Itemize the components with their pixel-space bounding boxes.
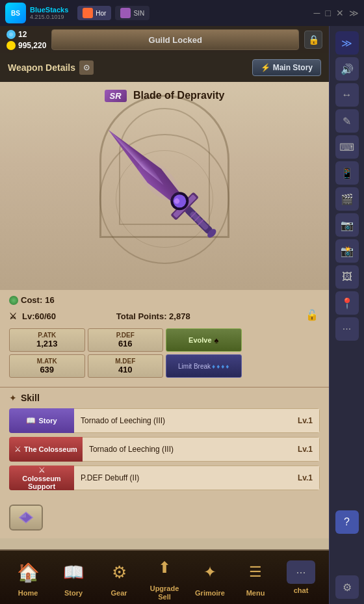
skill-section: ✦ Skill 📖 Story Tornado of Leeching (III… (0, 387, 329, 499)
skill-row-colosseum[interactable]: ⚔ The Colosseum Tornado of Leeching (III… (9, 437, 320, 462)
close-icon[interactable]: ✕ (336, 8, 344, 18)
bluestacks-bar: BS BlueStacks 4.215.0.1019 Hor SIN ─ □ ✕… (0, 0, 364, 26)
chat-label: chat (294, 586, 309, 594)
tab2-icon (120, 8, 131, 18)
upgrade-label: UpgradeSell (150, 584, 179, 601)
guild-button[interactable]: Guild Locked (51, 29, 299, 50)
guild-label: Guild Locked (149, 35, 202, 45)
nav-menu[interactable]: ☰ Menu (233, 558, 278, 597)
spade-icon: ♠ (214, 335, 219, 345)
home-icon-wrap: 🏠 (14, 558, 42, 586)
mdef-box: M.DEF 410 (88, 354, 164, 378)
gold-icon (6, 41, 16, 50)
weapon-settings-icon[interactable]: ⊙ (79, 60, 94, 75)
colosseum-skill-icon: ⚔ (14, 445, 21, 454)
colosseum-support-desc: P.DEF Debuff (II) (81, 473, 139, 482)
sidebar-more-icon[interactable]: ··· (335, 317, 359, 341)
sidebar-sound-icon[interactable]: 🔊 (335, 57, 359, 81)
bluestacks-tab-2[interactable]: SIN (115, 6, 150, 20)
level-points-row: ⚔ Lv:60/60 Total Points: 2,878 🔓 (9, 309, 320, 323)
status-bar: 12 995,220 Guild Locked 🔒 (0, 26, 329, 53)
weapon-header: Weapon Details ⊙ ⚡ Main Story (0, 53, 329, 82)
limit-break-box[interactable]: Limit Break ♦ ♦ ♦ ♦ (166, 354, 242, 378)
sidebar-camera-icon[interactable]: 📷 (335, 213, 359, 237)
sidebar-resize-icon[interactable]: ↔ (335, 83, 359, 107)
upgrade-icon-wrap: ⬆ (150, 553, 179, 582)
sidebar-gallery-icon[interactable]: 🖼 (335, 265, 359, 289)
weapon-details-label: Weapon Details ⊙ (8, 60, 94, 75)
sidebar-screenshot-icon[interactable]: 📸 (335, 239, 359, 263)
upgrade-icon: ⬆ (158, 558, 171, 577)
skill-row-colosseum-support[interactable]: ⚔ Colosseum Support P.DEF Debuff (II) Lv… (9, 466, 320, 490)
chat-icon: ··· (296, 566, 306, 579)
unlock-icon[interactable]: 🔓 (306, 309, 320, 323)
game-area: 12 995,220 Guild Locked 🔒 Weapon Details… (0, 26, 329, 604)
matk-box: M.ATK 639 (9, 354, 85, 378)
story-icon-wrap: 📖 (59, 558, 88, 586)
bluestacks-name: BlueStacks (30, 6, 68, 14)
bluestacks-version: 4.215.0.1019 (30, 14, 68, 20)
diamond-arrow-button[interactable] (9, 505, 43, 531)
colosseum-skill-desc: Tornado of Leeching (III) (89, 445, 174, 454)
collapse-icon[interactable]: ≫ (349, 8, 359, 18)
nav-gear[interactable]: ⚙ Gear (96, 558, 142, 597)
skill-row-story[interactable]: 📖 Story Tornado of Leeching (III) Lv.1 (9, 408, 320, 433)
maximize-icon[interactable]: □ (326, 8, 331, 18)
sidebar-keyboard-icon[interactable]: ⌨ (335, 135, 359, 159)
sidebar-settings-icon[interactable]: ⚙ (335, 575, 359, 599)
skill-title: Skill (21, 393, 40, 403)
menu-icon-wrap: ☰ (241, 558, 270, 586)
skill-type-colosseum: ⚔ The Colosseum (9, 437, 83, 462)
nav-grimoire[interactable]: ✦ Grimoire (187, 558, 233, 597)
weapon-display: SR Blade of Depravity (0, 82, 329, 290)
tab1-icon (83, 8, 93, 18)
story-skill-label: Story (38, 417, 57, 425)
bottom-nav: 🏠 Home 📖 Story ⚙ Gear ⬆ UpgradeSell ✦ (0, 549, 329, 604)
stat-grid: P.ATK 1,213 P.DEF 616 Evolve ♠ M.ATK 639… (9, 328, 320, 378)
nav-home[interactable]: 🏠 Home (5, 558, 51, 597)
currency-group: 12 995,220 (6, 30, 46, 50)
colosseum-support-level: Lv.1 (298, 473, 313, 482)
gem-icon (6, 30, 16, 39)
tab1-label: Hor (96, 10, 106, 17)
skill-desc-story: Tornado of Leeching (III) Lv.1 (74, 408, 320, 433)
colosseum-support-label2: Support (28, 482, 55, 490)
sidebar-device-icon[interactable]: 📱 (335, 161, 359, 185)
level-value: Lv:60/60 (22, 311, 56, 321)
sidebar-location-icon[interactable]: 📍 (335, 291, 359, 315)
mdef-value: 410 (92, 365, 159, 374)
diamond-1: ♦ (212, 363, 215, 370)
gem-currency: 12 (6, 30, 46, 39)
sidebar-edit-icon[interactable]: ✎ (335, 109, 359, 133)
matk-label: M.ATK (14, 358, 81, 365)
pdef-label: P.DEF (92, 332, 159, 339)
grimoire-icon: ✦ (203, 563, 216, 581)
sidebar-collapse-icon[interactable]: ≫ (335, 31, 359, 55)
evolve-box[interactable]: Evolve ♠ (166, 328, 242, 352)
gear-icon: ⚙ (112, 562, 127, 583)
skill-type-colosseum-support: ⚔ Colosseum Support (9, 466, 74, 490)
story-skill-icon: 📖 (26, 416, 36, 425)
bluestacks-tab-1[interactable]: Hor (77, 6, 111, 20)
tab2-label: SIN (133, 10, 144, 17)
lightning-icon: ⚡ (261, 63, 270, 72)
sidebar-help-icon[interactable]: ? (335, 510, 359, 534)
colosseum-support-label1: Colosseum (22, 475, 60, 482)
nav-chat[interactable]: ··· chat (278, 560, 324, 594)
guild-lock-icon: 🔒 (304, 31, 322, 49)
skill-cross-icon: ✦ (9, 393, 17, 403)
svg-rect-8 (189, 211, 209, 230)
chat-icon-box[interactable]: ··· (287, 560, 315, 584)
skill-desc-colosseum: Tornado of Leeching (III) Lv.1 (83, 437, 320, 462)
minimize-icon[interactable]: ─ (314, 8, 320, 18)
nav-story[interactable]: 📖 Story (51, 558, 96, 597)
gold-currency: 995,220 (6, 41, 46, 50)
main-story-button[interactable]: ⚡ Main Story (252, 59, 321, 76)
sidebar-media-icon[interactable]: 🎬 (335, 187, 359, 211)
weapon-details-text: Weapon Details (8, 62, 75, 73)
skill-type-story: 📖 Story (9, 408, 74, 433)
gear-label: Gear (110, 589, 127, 597)
nav-upgrade[interactable]: ⬆ UpgradeSell (142, 553, 187, 601)
colosseum-support-icon: ⚔ (38, 466, 46, 475)
right-sidebar: ≫ 🔊 ↔ ✎ ⌨ 📱 🎬 📷 📸 🖼 📍 ··· ? ⚙ (329, 26, 364, 604)
